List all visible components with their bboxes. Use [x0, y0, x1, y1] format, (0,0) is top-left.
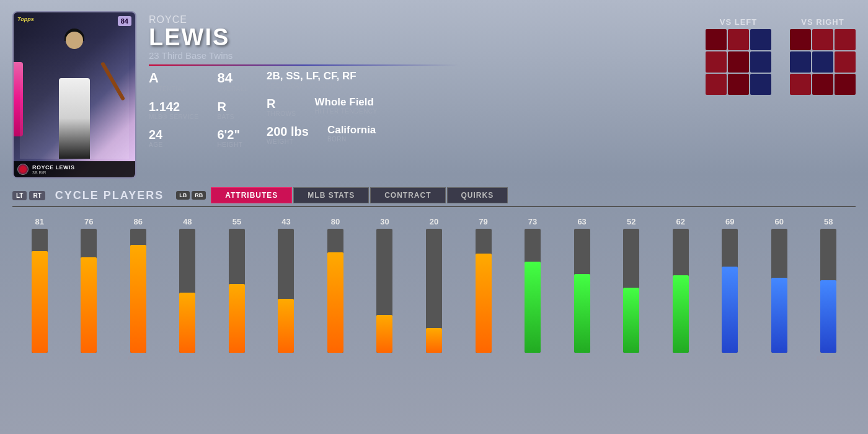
player-subtitle: 23 Third Base Twins: [149, 50, 693, 61]
attr-bar-8: [426, 328, 442, 353]
attr-value-3: 48: [183, 217, 192, 226]
vs-left-cell-0: [706, 29, 727, 50]
attr-col-reac: 62REAC: [660, 217, 702, 361]
vs-left-title: VS LEFT: [720, 17, 757, 27]
lt-button[interactable]: LT: [12, 191, 27, 200]
vs-right-cell-0: [790, 29, 811, 50]
attr-label-10: FLD: [527, 355, 539, 361]
hitter-tendency-stat: Whole Field Hitter Tendency: [315, 97, 378, 117]
vs-right-cell-3: [790, 51, 811, 73]
stats-col-2: 84 Overall R Bats 6'2" Height: [217, 71, 248, 148]
height-value: 6'2": [217, 128, 248, 141]
player-figure: [20, 35, 129, 159]
attr-label-4: VIS: [232, 355, 242, 361]
attributes-section: 81CON R76CON L86POW R48POW L55VIS43DISC8…: [12, 217, 856, 361]
vs-left-grid: [706, 29, 771, 95]
attr-bar-5: [278, 299, 294, 353]
mlb-service-stat: 1.142 MLB® Service: [149, 100, 198, 120]
vs-left-cell-8: [750, 74, 771, 95]
top-section: Topps 84 ROYCE LEWIS 3B R/R: [12, 6, 856, 179]
attr-value-10: 73: [528, 217, 537, 226]
attr-value-14: 69: [725, 217, 734, 226]
secondary-pos-value: 2B, SS, LF, CF, RF: [267, 71, 391, 82]
stats-col-3: 2B, SS, LF, CF, RF Secondary Position R …: [267, 71, 391, 148]
vs-left-chart: VS LEFT: [706, 17, 771, 95]
secondary-pos-stat: 2B, SS, LF, CF, RF Secondary Position: [267, 71, 391, 89]
attr-label-1: CON L: [79, 355, 99, 361]
attr-bar-12: [623, 288, 639, 353]
tab-mlb-stats[interactable]: MLB STATS: [293, 187, 369, 203]
attr-label-0: CON R: [30, 355, 50, 361]
attr-label-13: REAC: [672, 355, 689, 361]
stats-area: A Potential 1.142 MLB® Service 24 Age: [149, 71, 693, 148]
vs-left-cell-6: [706, 74, 727, 95]
attr-label-11: ARM: [575, 355, 589, 361]
attr-bar-10: [525, 262, 541, 353]
tab-attributes[interactable]: ATTRIBUTES: [211, 187, 292, 203]
attr-label-8: DBUNT: [423, 355, 445, 361]
attr-bar-6: [327, 252, 343, 353]
attr-bar-13: [673, 275, 689, 353]
divider-line: [149, 64, 459, 66]
sub-tabs: ATTRIBUTESMLB STATSCONTRACTQUIRKS: [211, 187, 508, 203]
overall-label: Overall: [217, 86, 248, 92]
vs-right-cell-6: [790, 74, 811, 95]
vs-right-cell-1: [812, 29, 833, 50]
age-value: 24: [149, 128, 198, 141]
attr-value-7: 30: [380, 217, 389, 226]
mlb-service-value: 1.142: [149, 100, 198, 113]
overall-value: 84: [217, 71, 248, 86]
attr-bar-container-5: [278, 229, 294, 353]
player-card: Topps 84 ROYCE LEWIS 3B R/R: [12, 11, 136, 179]
attr-value-4: 55: [232, 217, 241, 226]
bats-stat: R Bats: [217, 100, 248, 120]
attr-bar-14: [722, 267, 738, 353]
attr-bar-11: [574, 274, 590, 353]
vs-left-cell-1: [728, 29, 749, 50]
bats-value: R: [217, 100, 248, 113]
hitter-tendency-label: Hitter Tendency: [315, 108, 378, 115]
attr-value-6: 80: [331, 217, 340, 226]
mlb-service-label: MLB® Service: [149, 113, 198, 120]
tab-contract[interactable]: CONTRACT: [370, 187, 445, 203]
attr-bar-container-15: [771, 229, 787, 353]
sub-tab-controller: LB RB: [176, 191, 206, 200]
player-first-name: ROYCE: [149, 14, 693, 25]
attr-bar-container-3: [179, 229, 195, 353]
attr-col-clt: 80CLT: [314, 217, 356, 361]
throws-label: Throws: [267, 110, 296, 117]
height-stat: 6'2" Height: [217, 128, 248, 148]
attr-value-8: 20: [430, 217, 438, 226]
weight-label: Weight: [267, 138, 309, 145]
attr-bar-16: [820, 280, 836, 353]
card-rating-badge: 84: [118, 16, 131, 26]
age-stat: 24 Age: [149, 128, 198, 148]
card-name-text: ROYCE LEWIS: [32, 164, 75, 170]
attr-bar-container-9: [476, 229, 492, 353]
attr-value-12: 52: [627, 217, 636, 226]
attr-label-14: SPD: [724, 355, 736, 361]
rt-button[interactable]: RT: [29, 191, 45, 200]
born-stat: California Born: [327, 125, 376, 145]
attr-col-disc: 43DISC: [265, 217, 308, 361]
attr-bar-container-2: [130, 229, 146, 353]
attr-col-vis: 55VIS: [216, 217, 258, 361]
vs-right-cell-2: [835, 29, 856, 50]
vs-right-grid: [790, 29, 856, 95]
batter-bat: [100, 61, 125, 101]
attr-col-fld: 73FLD: [512, 217, 554, 361]
rb-button[interactable]: RB: [192, 191, 206, 200]
attr-label-7: BUNT: [376, 355, 393, 361]
lb-button[interactable]: LB: [176, 191, 190, 200]
attr-bar-4: [229, 284, 245, 353]
attr-bar-container-10: [525, 229, 541, 353]
attr-label-5: DISC: [279, 355, 294, 361]
attr-bar-7: [376, 315, 392, 353]
attr-label-9: DUR: [477, 355, 490, 361]
attr-col-con-l: 76CON L: [68, 217, 110, 361]
vs-right-cell-5: [835, 51, 856, 73]
attr-col-acc: 52ACC: [610, 217, 652, 361]
tab-quirks[interactable]: QUIRKS: [447, 187, 508, 203]
attr-bar-container-13: [673, 229, 689, 353]
attr-bar-container-6: [327, 229, 343, 353]
